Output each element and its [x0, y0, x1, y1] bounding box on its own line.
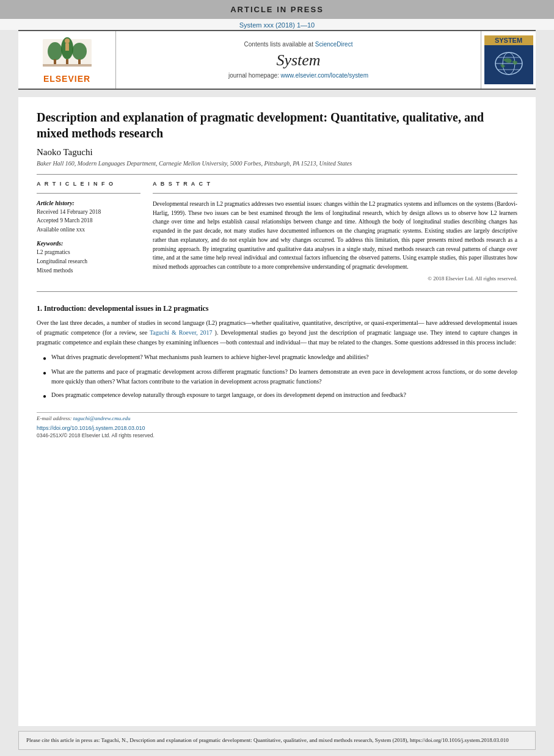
history-heading: Article history: — [37, 200, 140, 206]
bullet-dot-2: ● — [43, 368, 46, 387]
sciencedirect-link[interactable]: ScienceDirect — [315, 41, 353, 48]
keyword-1: L2 pragmatics — [37, 248, 140, 257]
system-logo-box: SYSTEM — [481, 31, 536, 89]
article-info-label: A R T I C L E I N F O — [37, 181, 140, 187]
received-line: Received 14 February 2018 — [37, 208, 140, 216]
bullet-item-1: ● What drives pragmatic development? Wha… — [43, 352, 517, 363]
author-name: Naoko Taguchi — [37, 147, 517, 158]
taguchi-roever-link[interactable]: Taguchi & Roever, 2017 — [150, 329, 213, 336]
citation-box: Please cite this article in press as: Ta… — [18, 731, 536, 751]
keyword-3: Mixed methods — [37, 266, 140, 275]
svg-rect-6 — [54, 59, 56, 64]
system-logo-top: SYSTEM — [484, 35, 533, 45]
elsevier-label: ELSEVIER — [43, 74, 90, 84]
available-line: Available online xxx — [37, 225, 140, 234]
homepage-link[interactable]: www.elsevier.com/locate/system — [281, 72, 368, 79]
bullet-text-3: Does pragmatic competence develop natura… — [51, 390, 406, 401]
email-line: E-mail address: taguchi@andrew.cmu.edu — [37, 415, 517, 421]
divider-2 — [37, 291, 517, 292]
accepted-line: Accepted 9 March 2018 — [37, 216, 140, 225]
svg-rect-7 — [66, 59, 68, 64]
bullet-dot-1: ● — [43, 354, 46, 363]
page-wrapper: ARTICLE IN PRESS System xxx (2018) 1—10 — [0, 0, 554, 756]
divider-1 — [37, 174, 517, 175]
article-in-press-banner: ARTICLE IN PRESS — [0, 0, 554, 19]
bullet-item-3: ● Does pragmatic competence develop natu… — [43, 390, 517, 401]
banner-text: ARTICLE IN PRESS — [230, 5, 324, 14]
bullet-list: ● What drives pragmatic development? Wha… — [43, 352, 517, 401]
keywords-heading: Keywords: — [37, 240, 140, 247]
bullet-dot-3: ● — [43, 391, 46, 401]
system-ref-text: System xxx (2018) 1—10 — [239, 21, 315, 29]
bullet-text-2: What are the patterns and pace of pragma… — [51, 367, 517, 387]
svg-rect-8 — [78, 59, 81, 64]
copyright-line: © 2018 Elsevier Ltd. All rights reserved… — [153, 275, 517, 282]
issn-line: 0346-251X/© 2018 Elsevier Ltd. All right… — [37, 432, 517, 438]
citation-text: Please cite this article in press as: Ta… — [26, 737, 509, 743]
homepage-line: journal homepage: www.elsevier.com/locat… — [228, 72, 368, 79]
journal-center: Contents lists available at ScienceDirec… — [116, 31, 481, 89]
footer-email-section: E-mail address: taguchi@andrew.cmu.edu h… — [37, 412, 517, 438]
author-affiliation: Baker Hall 160, Modern Languages Departm… — [37, 160, 517, 167]
svg-point-4 — [65, 38, 70, 43]
abstract-label: A B S T R A C T — [153, 181, 517, 187]
contents-line: Contents lists available at ScienceDirec… — [244, 41, 353, 48]
svg-rect-9 — [43, 64, 92, 67]
doi-line: https://doi.org/10.1016/j.system.2018.03… — [37, 425, 517, 431]
email-link[interactable]: taguchi@andrew.cmu.edu — [73, 415, 131, 421]
system-ref-line: System xxx (2018) 1—10 — [0, 19, 554, 30]
keywords-block: Keywords: L2 pragmatics Longitudinal res… — [37, 240, 140, 276]
abstract-text: Developmental research in L2 pragmatics … — [153, 200, 517, 272]
journal-header: ELSEVIER Contents lists available at Sci… — [18, 30, 536, 90]
svg-point-3 — [72, 43, 87, 60]
article-history-block: Article history: Received 14 February 20… — [37, 200, 140, 234]
system-logo-img: SYSTEM — [484, 35, 533, 84]
bullet-text-1: What drives pragmatic development? What … — [51, 352, 368, 363]
keyword-2: Longitudinal research — [37, 257, 140, 266]
intro-heading: 1. Introduction: developmental issues in… — [37, 304, 517, 313]
intro-para1: Over the last three decades, a number of… — [37, 318, 517, 347]
elsevier-tree-logo — [40, 36, 95, 73]
bullet-item-2: ● What are the patterns and pace of prag… — [43, 367, 517, 387]
elsevier-logo-box: ELSEVIER — [18, 31, 116, 89]
journal-title: System — [276, 51, 320, 70]
two-col-section: A R T I C L E I N F O Article history: R… — [37, 181, 517, 282]
system-logo-globe — [490, 46, 527, 77]
doi-link[interactable]: https://doi.org/10.1016/j.system.2018.03… — [37, 425, 145, 431]
divider-left — [37, 193, 140, 194]
svg-point-1 — [48, 42, 62, 60]
divider-right — [153, 193, 517, 194]
svg-rect-5 — [65, 43, 69, 51]
intro-section: 1. Introduction: developmental issues in… — [37, 304, 517, 401]
right-col: A B S T R A C T Developmental research i… — [153, 181, 517, 282]
left-col: A R T I C L E I N F O Article history: R… — [37, 181, 140, 282]
email-label: E-mail address: — [37, 415, 71, 421]
paper-title: Description and explanation of pragmatic… — [37, 109, 517, 141]
main-content: Description and explanation of pragmatic… — [18, 97, 536, 726]
